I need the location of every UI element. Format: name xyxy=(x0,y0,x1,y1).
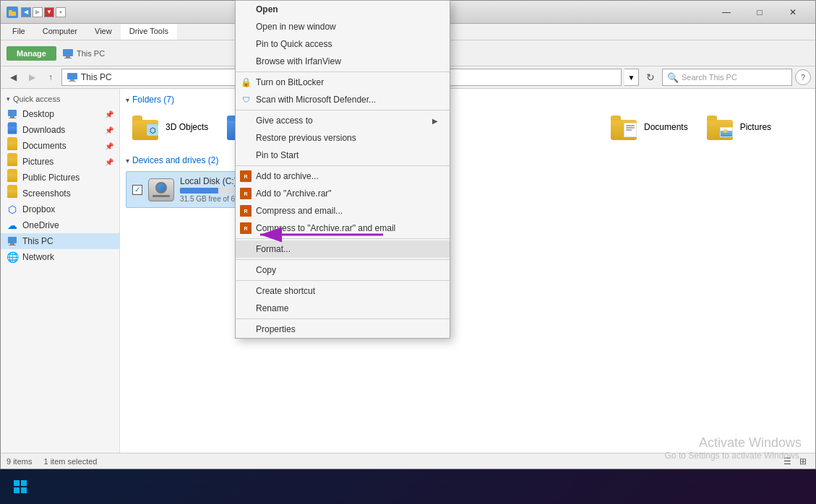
rar-icon-4: R xyxy=(240,222,252,234)
ctx-give-access[interactable]: Give access to ▶ xyxy=(236,112,450,129)
ctx-add-rar[interactable]: R Add to "Archive.rar" xyxy=(236,185,450,202)
drive-fill-bar xyxy=(180,188,218,194)
hdd-platter xyxy=(155,182,167,194)
forward-button[interactable]: ▶ xyxy=(24,69,40,85)
content-area: ▾ Folders (7) ⬡ 3D Objects xyxy=(120,89,815,453)
ctx-sep-5 xyxy=(236,259,450,260)
svg-rect-2 xyxy=(63,49,73,56)
ctx-open-new-window[interactable]: Open in new window xyxy=(236,18,450,35)
explorer-icon xyxy=(7,6,18,18)
customize-icon: ▼ xyxy=(56,7,66,17)
ctx-restore-versions[interactable]: Restore previous versions xyxy=(236,129,450,147)
ctx-add-rar-label: Add to "Archive.rar" xyxy=(256,188,332,199)
sidebar-item-onedrive[interactable]: ☁ OneDrive xyxy=(1,217,119,233)
ctx-compress-rar-email[interactable]: R Compress to "Archive.rar" and email xyxy=(236,220,450,237)
start-button[interactable] xyxy=(6,472,35,501)
ctx-open[interactable]: Open xyxy=(236,1,450,18)
folder-pictures[interactable]: Pictures xyxy=(700,110,787,144)
content-right: Documents Pictures xyxy=(593,110,809,208)
ctx-copy-label: Copy xyxy=(256,265,276,275)
ctx-browse-irfan[interactable]: Browse with IrfanView xyxy=(236,53,450,70)
ctx-compress-rar-label: Compress to "Archive.rar" and email xyxy=(256,223,395,233)
forward-icon: ▶ xyxy=(33,7,43,17)
minimize-button[interactable]: — xyxy=(710,1,743,24)
quick-access-header[interactable]: ▾ Quick access xyxy=(1,92,119,106)
window-controls: — □ ✕ xyxy=(710,1,809,24)
pc-svg xyxy=(7,236,17,246)
address-dropdown[interactable]: ▼ xyxy=(624,69,639,86)
sidebar-item-dropbox[interactable]: ⬡ Dropbox xyxy=(1,201,119,217)
folder-3d-objects[interactable]: ⬡ 3D Objects xyxy=(126,110,215,144)
ctx-open-label: Open xyxy=(256,4,278,14)
ctx-browse-irfan-label: Browse with IrfanView xyxy=(256,56,341,66)
ctx-compress-email[interactable]: R Compress and email... xyxy=(236,202,450,220)
sidebar-item-screenshots[interactable]: Screenshots xyxy=(1,186,119,201)
public-pictures-icon xyxy=(7,172,18,183)
sidebar-item-documents[interactable]: Documents 📌 xyxy=(1,138,119,154)
tab-view[interactable]: View xyxy=(86,24,121,40)
status-bar: 9 items 1 item selected ☰ ⊞ xyxy=(1,453,815,469)
tab-computer[interactable]: Computer xyxy=(34,24,86,40)
drive-checkbox: ✓ xyxy=(132,185,142,195)
folder-3d-label: 3D Objects xyxy=(166,122,208,132)
ctx-copy[interactable]: Copy xyxy=(236,261,450,279)
sidebar-item-downloads[interactable]: Downloads 📌 xyxy=(1,122,119,138)
manage-button[interactable]: Manage xyxy=(7,46,56,61)
ctx-sep-4 xyxy=(236,238,450,239)
ctx-add-archive[interactable]: R Add to archive... xyxy=(236,168,450,185)
sidebar-item-network[interactable]: 🌐 Network xyxy=(1,249,119,265)
sidebar-item-desktop[interactable]: Desktop 📌 xyxy=(1,106,119,122)
sidebar-item-this-pc[interactable]: This PC xyxy=(1,233,119,249)
ctx-format[interactable]: Format... xyxy=(236,240,450,258)
back-button[interactable]: ◀ xyxy=(5,69,21,85)
search-icon: 🔍 xyxy=(667,72,679,83)
ctx-pin-quick[interactable]: Pin to Quick access xyxy=(236,35,450,53)
item-count: 9 items xyxy=(7,457,32,466)
dropbox-icon: ⬡ xyxy=(7,204,18,215)
rar-icon-3: R xyxy=(240,205,252,217)
maximize-button[interactable]: □ xyxy=(743,1,776,24)
folder-docs-icon xyxy=(611,114,640,140)
hdd-bar xyxy=(153,195,170,197)
ctx-pin-quick-label: Pin to Quick access xyxy=(256,39,332,49)
svg-rect-6 xyxy=(70,79,74,81)
folder-pics-label: Pictures xyxy=(740,122,771,132)
ctx-create-shortcut[interactable]: Create shortcut xyxy=(236,282,450,300)
up-button[interactable]: ↑ xyxy=(43,69,59,85)
sidebar-item-pictures[interactable]: Pictures 📌 xyxy=(1,154,119,170)
tab-file[interactable]: File xyxy=(4,24,34,40)
desktop-icon xyxy=(7,108,18,120)
folder-pics-icon xyxy=(707,114,736,140)
ctx-bitlocker[interactable]: 🔒 Turn on BitLocker xyxy=(236,74,450,91)
folders-section-header[interactable]: ▾ Folders (7) xyxy=(126,95,809,105)
help-button[interactable]: ? xyxy=(795,69,811,85)
svg-rect-5 xyxy=(67,73,77,79)
view-controls: ☰ ⊞ xyxy=(781,455,809,468)
ctx-rename[interactable]: Rename xyxy=(236,300,450,317)
right-folders-grid: Documents Pictures xyxy=(604,110,809,144)
ctx-defender[interactable]: 🛡 Scan with Microsoft Defender... xyxy=(236,91,450,108)
ctx-properties[interactable]: Properties xyxy=(236,321,450,338)
recent-icon: ▼ xyxy=(44,7,54,17)
search-field[interactable]: 🔍 Search This PC xyxy=(662,69,792,86)
ctx-pin-start[interactable]: Pin to Start xyxy=(236,147,450,164)
this-pc-icon xyxy=(62,48,74,59)
ctx-bitlocker-label: Turn on BitLocker xyxy=(256,77,324,87)
downloads-icon xyxy=(7,124,18,136)
large-icons-button[interactable]: ⊞ xyxy=(796,455,809,468)
svg-rect-11 xyxy=(8,237,17,243)
tab-drive-tools[interactable]: Drive Tools xyxy=(121,24,177,40)
documents-icon xyxy=(7,140,18,152)
ctx-give-access-label: Give access to xyxy=(256,116,313,126)
svg-rect-3 xyxy=(66,56,70,58)
sidebar-item-public-pictures[interactable]: Public Pictures xyxy=(1,170,119,186)
close-button[interactable]: ✕ xyxy=(776,1,809,24)
ctx-add-archive-label: Add to archive... xyxy=(256,171,319,181)
folder-documents[interactable]: Documents xyxy=(604,110,695,144)
desktop-svg xyxy=(7,109,17,119)
svg-rect-10 xyxy=(9,118,16,118)
details-view-button[interactable]: ☰ xyxy=(781,455,794,468)
expand-icon: ▾ xyxy=(7,95,10,103)
refresh-button[interactable]: ↻ xyxy=(642,69,659,86)
devices-arrow: ▾ xyxy=(126,157,129,165)
